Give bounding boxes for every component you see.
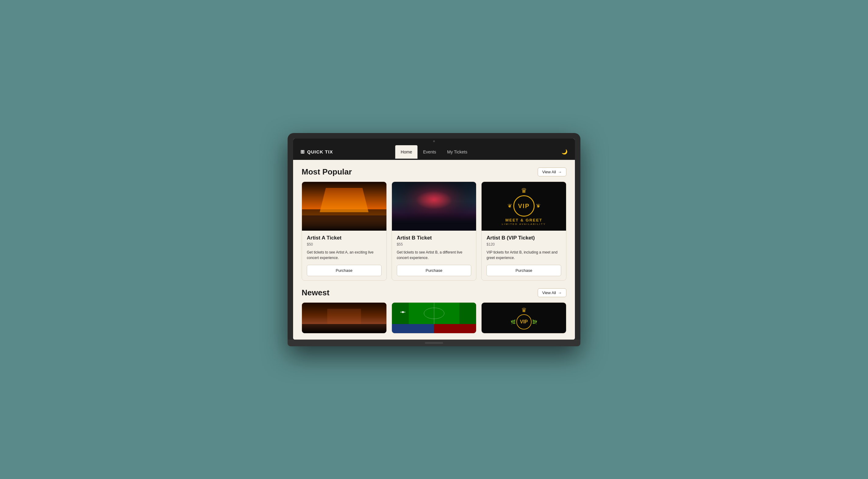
newest-header: Newest View All →	[302, 288, 566, 297]
vip-image: ♛ ❦ VIP ❦ MEET & GREET LIMITED AVAILABIL…	[482, 182, 566, 231]
card-a-price: $50	[307, 242, 381, 246]
vip2-crown: ♛	[521, 306, 527, 313]
card-artist-a: Artist A Ticket $50 Get tickets to see A…	[302, 182, 387, 281]
limited-availability-text: LIMITED AVAILABILITY	[502, 223, 546, 226]
card-b-desc: Get tickets to see Artist B, a different…	[397, 249, 471, 261]
svg-rect-0	[302, 182, 386, 231]
meet-greet-text: MEET & GREET	[505, 218, 542, 222]
card-vip-desc: VIP tickets for Artist B, including a me…	[487, 249, 561, 261]
most-popular-header: Most Popular View All →	[302, 167, 566, 177]
vip2-laurel-right: 🌿	[532, 320, 537, 324]
soccer-image	[392, 303, 476, 333]
svg-rect-4	[302, 324, 386, 333]
card-b-body: Artist B Ticket $55 Get tickets to see A…	[392, 231, 476, 280]
laptop-screen: ⊞ QUICK TIX Home Events My Tickets 🌙 Mos…	[293, 139, 575, 339]
card-artist-b-vip: ♛ ❦ VIP ❦ MEET & GREET LIMITED AVAILABIL…	[481, 182, 566, 281]
newest-title: Newest	[302, 288, 330, 297]
purchase-button-vip[interactable]: Purchase	[487, 265, 561, 276]
concert-a-overlay	[302, 182, 386, 231]
svg-rect-9	[392, 324, 434, 333]
most-popular-view-all[interactable]: View All →	[538, 168, 566, 176]
newest-view-all-arrow: →	[558, 291, 562, 295]
laptop-notch	[425, 342, 443, 344]
card-a-body: Artist A Ticket $50 Get tickets to see A…	[302, 231, 386, 280]
card-vip-price: $120	[487, 242, 561, 246]
svg-rect-12	[402, 311, 404, 313]
concert-a-image	[302, 182, 386, 231]
nav-links: Home Events My Tickets	[395, 145, 473, 159]
vip2-badge: ♛ 🌿 VIP 🌿	[510, 306, 537, 330]
navbar: ⊞ QUICK TIX Home Events My Tickets 🌙	[293, 144, 575, 160]
view-all-arrow: →	[558, 170, 562, 174]
laptop-base	[288, 339, 580, 346]
newest-card-theater	[302, 302, 387, 333]
laptop-frame: ⊞ QUICK TIX Home Events My Tickets 🌙 Mos…	[288, 133, 580, 346]
card-vip-title: Artist B (VIP Ticket)	[487, 235, 561, 241]
laurel-right-icon: ❦	[536, 203, 540, 209]
purchase-button-artist-a[interactable]: Purchase	[307, 265, 381, 276]
main-content: Most Popular View All →	[293, 160, 575, 339]
purchase-button-artist-b[interactable]: Purchase	[397, 265, 471, 276]
nav-logo: ⊞ QUICK TIX	[301, 149, 333, 155]
card-b-title: Artist B Ticket	[397, 235, 471, 241]
vip2-circle: VIP	[516, 314, 532, 330]
nav-link-events[interactable]: Events	[417, 145, 442, 159]
vip2-image: ♛ 🌿 VIP 🌿	[482, 303, 566, 333]
card-a-title: Artist A Ticket	[307, 235, 381, 241]
vip-circle: VIP	[513, 195, 535, 217]
dark-mode-toggle[interactable]: 🌙	[561, 149, 567, 155]
most-popular-cards: Artist A Ticket $50 Get tickets to see A…	[302, 182, 566, 281]
newest-view-all-label: View All	[542, 291, 556, 295]
newest-section: Newest View All →	[302, 288, 566, 333]
vip-crown-icon: ♛	[521, 187, 527, 194]
card-a-desc: Get tickets to see Artist A, an exciting…	[307, 249, 381, 261]
theater-svg	[302, 303, 386, 333]
newest-card-vip2: ♛ 🌿 VIP 🌿	[481, 302, 566, 333]
card-artist-b: Artist B Ticket $55 Get tickets to see A…	[392, 182, 477, 281]
logo-icon: ⊞	[301, 149, 305, 155]
camera-dot	[433, 140, 435, 142]
most-popular-title: Most Popular	[302, 167, 352, 177]
newest-view-all[interactable]: View All →	[538, 288, 566, 297]
vip-badge: ♛ ❦ VIP ❦ MEET & GREET LIMITED AVAILABIL…	[502, 187, 546, 226]
nav-link-my-tickets[interactable]: My Tickets	[442, 145, 473, 159]
svg-rect-10	[434, 324, 476, 333]
laurel-left-icon: ❦	[507, 203, 512, 209]
vip2-laurel-left: 🌿	[510, 320, 516, 324]
nav-link-home[interactable]: Home	[395, 145, 417, 159]
newest-cards: ♛ 🌿 VIP 🌿	[302, 302, 566, 333]
view-all-label: View All	[542, 170, 556, 174]
soccer-svg	[392, 303, 476, 333]
card-b-price: $55	[397, 242, 471, 246]
top-bar	[293, 139, 575, 144]
card-vip-body: Artist B (VIP Ticket) $120 VIP tickets f…	[482, 231, 566, 280]
newest-card-soccer	[392, 302, 477, 333]
logo-text: QUICK TIX	[307, 149, 333, 154]
concert-b-image	[392, 182, 476, 231]
theater-image	[302, 303, 386, 333]
vip2-text: VIP	[520, 319, 528, 325]
svg-rect-3	[327, 309, 361, 324]
vip-circle-text: VIP	[518, 203, 530, 210]
